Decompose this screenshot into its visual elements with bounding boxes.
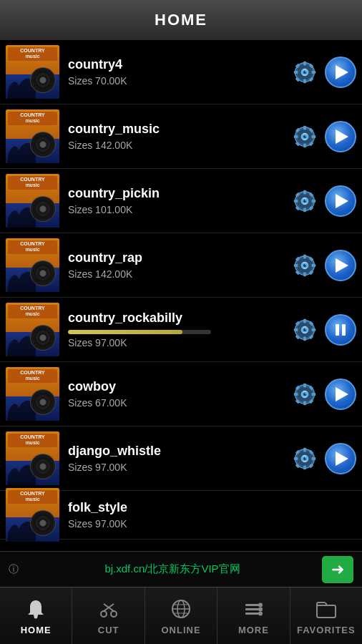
track-controls bbox=[290, 185, 356, 217]
svg-rect-87 bbox=[303, 447, 306, 452]
track-info: country_musicSizes 142.00K bbox=[68, 122, 290, 151]
ad-arrow-button[interactable]: ➜ bbox=[322, 556, 353, 583]
gear-button[interactable] bbox=[290, 251, 319, 280]
bottom-nav: HOME CUT ONLINE MORE FAVORITES bbox=[0, 587, 362, 644]
pause-button[interactable] bbox=[325, 314, 356, 346]
gear-button[interactable] bbox=[290, 316, 319, 344]
menu-icon bbox=[243, 598, 264, 620]
list-item[interactable]: COUNTRY music cowboySizes 67.00K bbox=[0, 362, 362, 426]
track-size: Sizes 97.00K bbox=[68, 518, 356, 530]
play-button[interactable] bbox=[325, 250, 356, 281]
svg-rect-20 bbox=[312, 135, 316, 138]
play-icon bbox=[336, 130, 348, 144]
play-button[interactable] bbox=[325, 379, 356, 410]
track-name: country_rap bbox=[68, 250, 290, 265]
svg-rect-76 bbox=[312, 393, 316, 396]
list-item[interactable]: COUNTRY music country4Sizes 70.00K bbox=[0, 40, 362, 104]
svg-rect-4 bbox=[303, 79, 306, 83]
play-button[interactable] bbox=[325, 443, 356, 474]
svg-rect-17 bbox=[303, 125, 306, 130]
track-size: Sizes 67.00K bbox=[68, 397, 290, 409]
nav-item-online[interactable]: ONLINE bbox=[145, 587, 217, 644]
gear-button[interactable] bbox=[290, 187, 319, 215]
album-art: COUNTRY music bbox=[6, 367, 59, 421]
list-item[interactable]: COUNTRY music country_musicSizes 142.00K bbox=[0, 104, 362, 169]
nav-label-more: MORE bbox=[238, 625, 269, 635]
track-controls bbox=[290, 314, 356, 346]
svg-point-100 bbox=[101, 611, 107, 617]
app-header: HOME bbox=[0, 0, 362, 40]
album-art: COUNTRY music bbox=[6, 488, 59, 542]
gear-button[interactable] bbox=[290, 58, 319, 87]
play-icon bbox=[336, 194, 348, 208]
svg-rect-59 bbox=[303, 318, 306, 323]
album-art: COUNTRY music bbox=[6, 45, 59, 99]
list-item[interactable]: COUNTRY music country_rockabillySizes 97… bbox=[0, 298, 362, 362]
music-list: COUNTRY music country4Sizes 70.00K bbox=[0, 40, 362, 540]
gear-icon bbox=[291, 187, 318, 215]
folder-icon bbox=[315, 598, 337, 620]
svg-point-41 bbox=[305, 200, 306, 201]
svg-rect-31 bbox=[303, 190, 306, 194]
track-controls bbox=[290, 443, 356, 474]
list-item[interactable]: COUNTRY music django_whistleSizes 97.00K bbox=[0, 426, 362, 491]
track-info: country_rockabillySizes 97.00K bbox=[68, 311, 290, 348]
svg-rect-46 bbox=[303, 272, 306, 276]
bell-icon bbox=[25, 598, 47, 620]
svg-point-112 bbox=[258, 602, 263, 607]
svg-point-69 bbox=[305, 328, 306, 330]
nav-item-favorites[interactable]: FAVORITES bbox=[290, 587, 362, 644]
gear-button[interactable] bbox=[290, 122, 319, 151]
album-art: COUNTRY music bbox=[6, 109, 59, 163]
gear-icon bbox=[291, 316, 318, 343]
nav-item-more[interactable]: MORE bbox=[217, 587, 290, 644]
track-size: Sizes 97.00K bbox=[68, 462, 290, 473]
nav-label-favorites: FAVORITES bbox=[297, 625, 356, 635]
track-controls bbox=[290, 250, 356, 281]
svg-point-101 bbox=[111, 611, 117, 617]
svg-rect-99 bbox=[34, 615, 38, 616]
progress-bar[interactable] bbox=[68, 330, 211, 334]
svg-point-55 bbox=[305, 264, 306, 265]
nav-item-cut[interactable]: CUT bbox=[72, 587, 145, 644]
nav-label-home: HOME bbox=[21, 625, 52, 635]
track-controls bbox=[290, 121, 356, 152]
svg-rect-115 bbox=[317, 605, 336, 618]
gear-button[interactable] bbox=[290, 444, 319, 473]
track-name: country_music bbox=[68, 122, 290, 137]
play-button[interactable] bbox=[325, 185, 356, 217]
track-info: country_rapSizes 142.00K bbox=[68, 250, 290, 280]
nav-item-home[interactable]: HOME bbox=[0, 587, 72, 644]
nav-label-cut: CUT bbox=[98, 625, 119, 635]
track-info: country4Sizes 70.00K bbox=[68, 57, 290, 87]
play-icon bbox=[336, 387, 348, 401]
play-icon bbox=[336, 65, 348, 79]
play-icon bbox=[336, 452, 348, 466]
svg-rect-6 bbox=[312, 71, 316, 74]
track-size: Sizes 142.00K bbox=[68, 268, 290, 280]
nav-label-online: ONLINE bbox=[161, 625, 200, 635]
track-size: Sizes 142.00K bbox=[68, 140, 290, 151]
list-item[interactable]: COUNTRY music country_pickinSizes 101.00… bbox=[0, 169, 362, 233]
svg-rect-47 bbox=[294, 264, 298, 267]
svg-rect-88 bbox=[303, 465, 306, 469]
track-name: country_rockabilly bbox=[68, 311, 290, 326]
track-name: cowboy bbox=[68, 379, 290, 394]
gear-icon bbox=[291, 123, 318, 150]
play-icon bbox=[336, 258, 348, 273]
gear-button[interactable] bbox=[290, 380, 319, 409]
track-controls bbox=[290, 379, 356, 410]
list-item[interactable]: COUNTRY music folk_styleSizes 97.00K bbox=[0, 491, 362, 540]
play-button[interactable] bbox=[325, 121, 356, 152]
svg-rect-73 bbox=[303, 383, 306, 387]
play-button[interactable] bbox=[325, 57, 356, 88]
track-size: Sizes 97.00K bbox=[68, 337, 290, 348]
gear-icon bbox=[291, 381, 318, 408]
info-icon: ⓘ bbox=[9, 563, 19, 576]
list-item[interactable]: COUNTRY music country_rapSizes 142.00K bbox=[0, 233, 362, 298]
svg-rect-48 bbox=[312, 264, 316, 267]
svg-rect-60 bbox=[303, 336, 306, 341]
track-name: country4 bbox=[68, 57, 290, 72]
svg-rect-3 bbox=[303, 61, 306, 65]
track-name: django_whistle bbox=[68, 444, 290, 459]
